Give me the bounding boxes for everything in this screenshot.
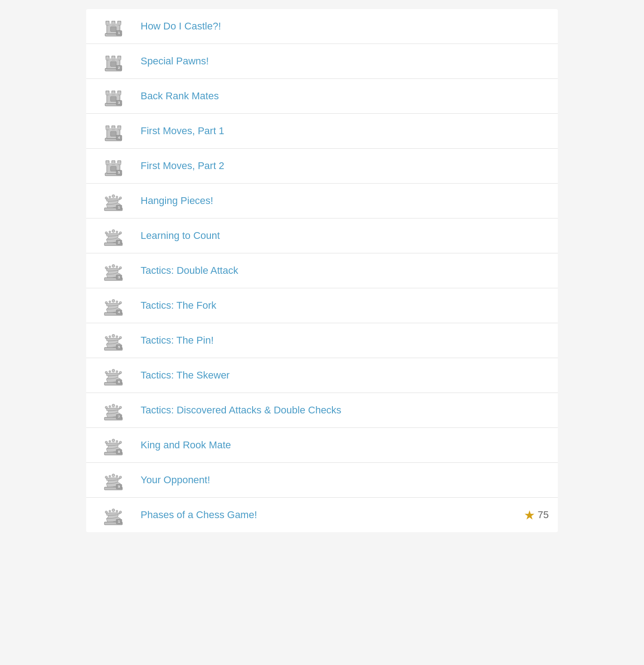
- lesson-title[interactable]: Phases of a Chess Game!: [132, 509, 524, 521]
- lesson-title[interactable]: How Do I Castle?!: [132, 20, 549, 32]
- svg-point-47: [112, 194, 115, 197]
- svg-text:3: 3: [118, 101, 120, 104]
- lesson-badge: 1: [95, 189, 132, 213]
- lesson-list-container: 1 How Do I Castle?! 2 Special Pawns!: [86, 0, 558, 541]
- svg-point-122: [116, 510, 118, 512]
- lesson-badge: 3: [95, 259, 132, 282]
- lesson-badge: 7: [95, 398, 132, 422]
- lesson-title[interactable]: Back Rank Mates: [132, 90, 549, 102]
- svg-point-82: [116, 336, 118, 338]
- svg-point-74: [116, 301, 118, 303]
- svg-text:2: 2: [118, 66, 120, 69]
- list-item[interactable]: 1 Phases of a Chess Game!★75: [86, 498, 558, 532]
- svg-point-103: [112, 439, 115, 442]
- svg-rect-42: [111, 166, 116, 171]
- svg-rect-15: [111, 62, 116, 66]
- list-item[interactable]: 2 Learning to Count: [86, 218, 558, 253]
- svg-text:5: 5: [118, 171, 120, 174]
- list-item[interactable]: 6 Tactics: The Skewer: [86, 358, 558, 393]
- svg-text:1: 1: [118, 520, 120, 523]
- list-item[interactable]: 1 How Do I Castle?!: [86, 9, 558, 44]
- svg-point-97: [109, 406, 111, 408]
- svg-point-73: [109, 301, 111, 303]
- lesson-title[interactable]: Tactics: Double Attack: [132, 265, 549, 277]
- lesson-list: 1 How Do I Castle?! 2 Special Pawns!: [86, 9, 558, 532]
- svg-point-95: [112, 404, 115, 407]
- lesson-title[interactable]: Hanging Pieces!: [132, 195, 549, 207]
- star-score-container: ★75: [524, 508, 549, 523]
- svg-point-121: [109, 510, 111, 512]
- list-item[interactable]: 3 Tactics: Double Attack: [86, 253, 558, 288]
- svg-text:4: 4: [118, 136, 120, 139]
- list-item[interactable]: 4 First Moves, Part 1: [86, 114, 558, 149]
- svg-point-105: [109, 441, 111, 442]
- list-item[interactable]: 8 King and Rook Mate: [86, 428, 558, 463]
- svg-point-89: [109, 371, 111, 373]
- svg-point-71: [112, 299, 115, 302]
- svg-rect-6: [111, 27, 116, 31]
- lesson-badge: 6: [95, 364, 132, 387]
- star-icon: ★: [524, 508, 535, 523]
- list-item[interactable]: 3 Back Rank Mates: [86, 79, 558, 114]
- svg-rect-24: [111, 97, 116, 101]
- svg-rect-14: [106, 58, 121, 60]
- lesson-title[interactable]: Your Opponent!: [132, 474, 549, 486]
- svg-point-66: [116, 266, 118, 268]
- svg-rect-5: [106, 24, 121, 25]
- svg-point-63: [112, 264, 115, 267]
- lesson-title[interactable]: Learning to Count: [132, 230, 549, 242]
- svg-point-57: [109, 231, 111, 233]
- svg-point-81: [109, 336, 111, 338]
- svg-point-65: [109, 266, 111, 268]
- lesson-badge: 9: [95, 468, 132, 492]
- lesson-title[interactable]: Special Pawns!: [132, 55, 549, 67]
- svg-point-90: [116, 371, 118, 373]
- svg-text:1: 1: [118, 206, 120, 209]
- lesson-score: 75: [538, 509, 549, 521]
- list-item[interactable]: 2 Special Pawns!: [86, 44, 558, 79]
- lesson-badge: 2: [95, 49, 132, 73]
- lesson-title[interactable]: King and Rook Mate: [132, 439, 549, 451]
- lesson-badge: 2: [95, 224, 132, 248]
- lesson-title[interactable]: Tactics: The Pin!: [132, 335, 549, 346]
- lesson-badge: 4: [95, 294, 132, 317]
- svg-point-87: [112, 369, 115, 372]
- lesson-title[interactable]: First Moves, Part 2: [132, 160, 549, 172]
- svg-point-113: [109, 476, 111, 477]
- list-item[interactable]: 1 Hanging Pieces!: [86, 184, 558, 218]
- svg-point-106: [116, 441, 118, 442]
- svg-point-49: [109, 196, 111, 198]
- list-item[interactable]: 4 Tactics: The Fork: [86, 288, 558, 323]
- svg-text:1: 1: [118, 31, 120, 34]
- lesson-title[interactable]: Tactics: Discovered Attacks & Double Che…: [132, 404, 549, 416]
- svg-point-111: [112, 474, 115, 476]
- svg-rect-41: [106, 163, 121, 165]
- svg-point-114: [116, 476, 118, 477]
- svg-point-79: [112, 334, 115, 337]
- list-item[interactable]: 9 Your Opponent!: [86, 463, 558, 498]
- lesson-title[interactable]: First Moves, Part 1: [132, 125, 549, 137]
- svg-text:8: 8: [118, 450, 120, 453]
- lesson-badge: 8: [95, 433, 132, 457]
- svg-rect-32: [106, 128, 121, 130]
- lesson-title[interactable]: Tactics: The Fork: [132, 300, 549, 311]
- list-item[interactable]: 7 Tactics: Discovered Attacks & Double C…: [86, 393, 558, 428]
- lesson-badge: 3: [95, 84, 132, 108]
- lesson-badge: 5: [95, 329, 132, 352]
- svg-text:3: 3: [118, 276, 120, 279]
- svg-text:9: 9: [118, 485, 120, 488]
- lesson-badge: 1: [95, 15, 132, 38]
- svg-text:4: 4: [118, 311, 120, 314]
- svg-point-55: [112, 229, 115, 232]
- svg-point-50: [116, 196, 118, 198]
- svg-rect-23: [106, 93, 121, 95]
- svg-text:7: 7: [118, 415, 120, 418]
- lesson-badge: 1: [95, 503, 132, 527]
- svg-rect-33: [111, 131, 116, 136]
- svg-text:5: 5: [118, 345, 120, 349]
- list-item[interactable]: 5 Tactics: The Pin!: [86, 323, 558, 358]
- list-item[interactable]: 5 First Moves, Part 2: [86, 149, 558, 184]
- svg-point-58: [116, 231, 118, 233]
- lesson-title[interactable]: Tactics: The Skewer: [132, 369, 549, 381]
- svg-text:2: 2: [118, 241, 120, 244]
